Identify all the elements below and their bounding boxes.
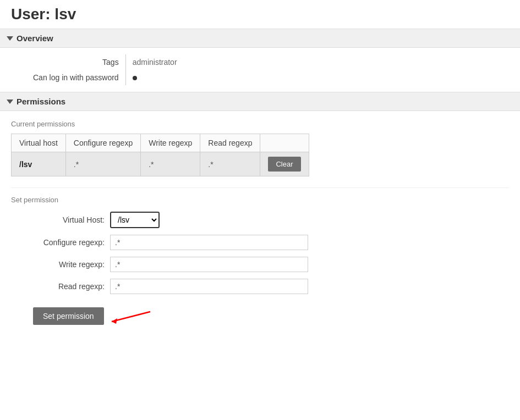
permissions-label: Permissions [17, 97, 65, 106]
tags-value: administrator [125, 54, 183, 70]
svg-line-0 [112, 312, 150, 322]
col-write: Write regexp [141, 134, 200, 152]
tags-row: Tags administrator [33, 54, 184, 70]
red-arrow-annotation [106, 306, 156, 328]
clear-button[interactable]: Clear [268, 157, 300, 172]
permissions-section-header: Permissions [0, 92, 520, 111]
row-write: .* [141, 152, 200, 176]
table-row: /lsv .* .* .* Clear [12, 152, 309, 176]
read-regexp-input[interactable] [110, 279, 308, 294]
read-regexp-row: Read regexp: [22, 279, 509, 294]
permissions-collapse-icon[interactable] [7, 100, 13, 104]
overview-collapse-icon[interactable] [7, 36, 13, 41]
permissions-table-header-row: Virtual host Configure regexp Write rege… [12, 134, 309, 152]
permissions-content: Current permissions Virtual host Configu… [0, 111, 520, 334]
row-configure: .* [65, 152, 140, 176]
overview-label: Overview [17, 34, 53, 43]
configure-regexp-input[interactable] [110, 235, 308, 250]
virtual-host-row: Virtual Host: /lsv [22, 212, 509, 228]
can-login-row: Can log in with password [33, 70, 184, 85]
read-regexp-label: Read regexp: [22, 282, 105, 291]
current-permissions-label: Current permissions [11, 120, 509, 128]
can-login-label: Can log in with password [33, 70, 125, 85]
write-regexp-row: Write regexp: [22, 257, 509, 272]
configure-regexp-label: Configure regexp: [22, 238, 105, 247]
row-clear-cell: Clear [260, 152, 309, 176]
write-regexp-label: Write regexp: [22, 260, 105, 269]
page-container: User: lsv Overview Tags administrator Ca… [0, 0, 520, 420]
can-login-indicator [133, 76, 137, 80]
col-read: Read regexp [200, 134, 260, 152]
row-vhost: /lsv [12, 152, 66, 176]
virtual-host-select[interactable]: /lsv [110, 212, 160, 228]
overview-content: Tags administrator Can log in with passw… [0, 48, 520, 92]
overview-table: Tags administrator Can log in with passw… [33, 54, 184, 85]
col-action [260, 134, 309, 152]
overview-section-header: Overview [0, 29, 520, 48]
can-login-value [125, 70, 183, 85]
tags-label: Tags [33, 54, 125, 70]
col-configure: Configure regexp [65, 134, 140, 152]
page-title: User: lsv [0, 0, 520, 29]
virtual-host-label: Virtual Host: [22, 215, 105, 224]
configure-regexp-row: Configure regexp: [22, 235, 509, 250]
set-permission-button[interactable]: Set permission [33, 307, 104, 325]
write-regexp-input[interactable] [110, 257, 308, 272]
row-read: .* [200, 152, 260, 176]
col-vhost: Virtual host [12, 134, 66, 152]
set-permission-label: Set permission [11, 187, 509, 204]
permissions-table: Virtual host Configure regexp Write rege… [11, 134, 309, 176]
